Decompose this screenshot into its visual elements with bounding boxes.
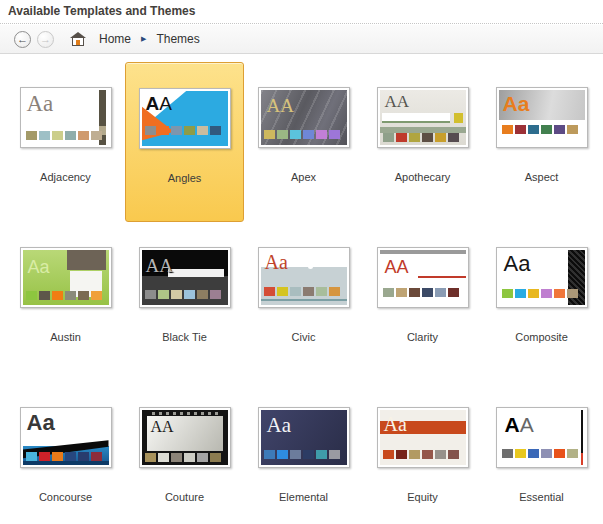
thumbnail-art: AA [142, 250, 228, 305]
theme-cell-elemental[interactable]: Aa Elemental [244, 382, 363, 524]
forward-button[interactable]: → [37, 31, 54, 48]
color-swatches [264, 130, 340, 139]
swatch [52, 131, 63, 140]
forward-arrow-icon: → [40, 34, 51, 45]
swatch [52, 291, 63, 300]
swatch [448, 288, 459, 297]
theme-cell-apothecary[interactable]: AA Apothecary [363, 62, 482, 222]
theme-cell-composite[interactable]: Aa Composite [482, 222, 601, 382]
swatch [515, 449, 526, 458]
swatch [39, 291, 50, 300]
color-swatches [145, 453, 221, 462]
theme-cell-adjacency[interactable]: Aa Adjacency [6, 62, 125, 222]
swatch [303, 130, 314, 139]
theme-name: Apothecary [395, 171, 451, 183]
swatch [210, 126, 221, 135]
swatch [158, 126, 169, 135]
swatch [396, 450, 407, 459]
sample-letters: AA [151, 419, 174, 435]
swatch [528, 289, 539, 298]
swatch [78, 131, 89, 140]
theme-cell-equity[interactable]: Aa Equity [363, 382, 482, 524]
theme-name: Adjacency [40, 171, 91, 183]
home-icon[interactable] [70, 32, 86, 46]
back-button[interactable]: ← [14, 31, 31, 48]
swatch [184, 453, 195, 462]
swatch [184, 126, 195, 135]
thumb-decoration [261, 299, 347, 301]
swatch [409, 450, 420, 459]
swatch [396, 133, 407, 142]
thumbnail-art: AA [261, 90, 347, 145]
sample-letters: AA [385, 93, 410, 110]
page-title: Available Templates and Themes [8, 4, 195, 18]
sample-letters: Aa [384, 414, 407, 434]
theme-cell-concourse[interactable]: Aa Concourse [6, 382, 125, 524]
breadcrumb-bar: ← → Home ▶ Themes [0, 25, 603, 54]
swatch [383, 450, 394, 459]
color-swatches [264, 287, 340, 296]
swatch [329, 130, 340, 139]
theme-thumbnail: AA [139, 407, 231, 468]
theme-cell-couture[interactable]: AA Couture [125, 382, 244, 524]
thumbnail-art: Aa [261, 250, 347, 305]
swatch [65, 131, 76, 140]
swatch [91, 452, 102, 461]
swatch [197, 453, 208, 462]
theme-name: Civic [292, 331, 316, 343]
thumb-decoration [581, 410, 583, 465]
theme-cell-austin[interactable]: Aa Austin [6, 222, 125, 382]
swatch [197, 290, 208, 299]
swatch [448, 133, 459, 142]
thumb-decoration [382, 113, 450, 123]
theme-thumbnail: Aa [258, 407, 350, 468]
swatch [171, 290, 182, 299]
swatch [502, 289, 513, 298]
theme-name: Elemental [279, 491, 328, 503]
sample-letters: AA [146, 256, 173, 275]
swatch [383, 288, 394, 297]
swatch [145, 126, 156, 135]
sample-letters: Aa [27, 92, 54, 115]
swatch [528, 125, 539, 134]
theme-cell-black-tie[interactable]: AA Black Tie [125, 222, 244, 382]
swatch [184, 290, 195, 299]
back-arrow-icon: ← [17, 34, 28, 45]
swatch [91, 291, 102, 300]
theme-thumbnail: AA [258, 87, 350, 148]
swatch [78, 291, 89, 300]
color-swatches [26, 291, 102, 300]
swatch [91, 131, 102, 140]
sample-letters: Aa [504, 253, 531, 275]
theme-cell-angles[interactable]: AA Angles [125, 62, 244, 222]
swatch [515, 125, 526, 134]
theme-name: Couture [165, 491, 204, 503]
swatch [502, 125, 513, 134]
swatch [39, 452, 50, 461]
swatch [65, 452, 76, 461]
swatch [197, 126, 208, 135]
color-swatches [383, 288, 459, 297]
theme-thumbnail: AA [139, 88, 231, 149]
swatch [65, 291, 76, 300]
theme-cell-aspect[interactable]: Aa Aspect [482, 62, 601, 222]
swatch [145, 453, 156, 462]
theme-cell-clarity[interactable]: AA Clarity [363, 222, 482, 382]
theme-cell-civic[interactable]: Aa Civic [244, 222, 363, 382]
color-swatches [145, 290, 221, 299]
breadcrumb-home[interactable]: Home [99, 32, 131, 46]
theme-name: Apex [291, 171, 316, 183]
swatch [277, 287, 288, 296]
swatch [26, 452, 37, 461]
color-swatches [383, 133, 459, 142]
sample-letters: AA [505, 414, 534, 435]
theme-name: Angles [168, 172, 202, 184]
thumb-decoration [308, 264, 313, 269]
theme-cell-apex[interactable]: AA Apex [244, 62, 363, 222]
color-swatches [502, 289, 578, 298]
thumbnail-art: Aa [499, 90, 585, 145]
swatch [567, 449, 578, 458]
color-swatches [26, 452, 102, 461]
theme-name: Concourse [39, 491, 92, 503]
theme-cell-essential[interactable]: AA Essential [482, 382, 601, 524]
